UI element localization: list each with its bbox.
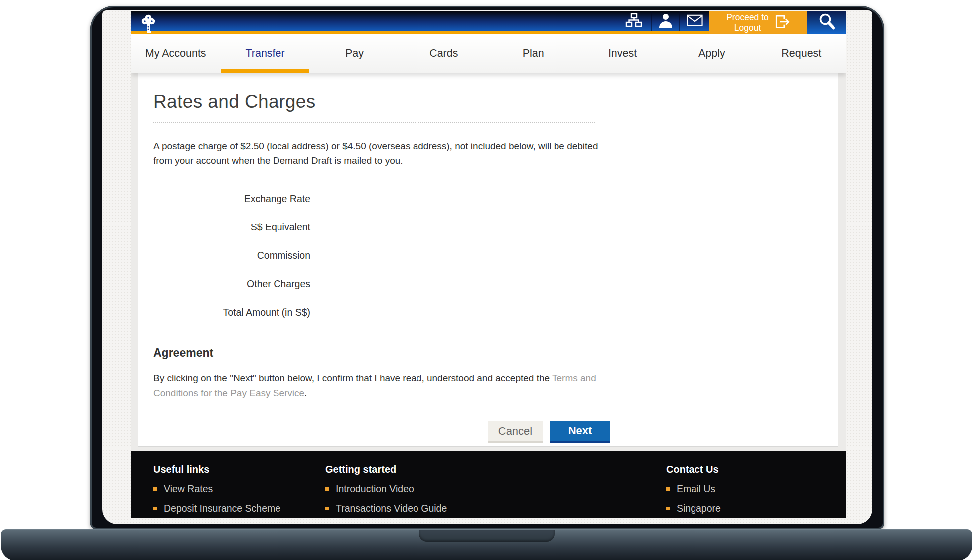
field-row-sgd-equivalent: S$ Equivalent [153,213,838,241]
footer-link-label: Transactions Video Guide [336,503,447,514]
field-row-commission: Commission [153,241,838,270]
field-value [322,247,472,265]
footer-link-label: Deposit Insurance Scheme [164,503,280,514]
footer-link-view-rates[interactable]: View Rates [153,483,325,495]
field-row-total-amount: Total Amount (in S$) [153,298,838,327]
footer-getting-started: Getting started Introduction Video Trans… [325,464,666,518]
page-title: Rates and Charges [153,73,838,113]
laptop-base-notch [419,530,555,542]
bullet-icon [153,507,157,510]
bullet-icon [666,507,670,510]
bullet-icon [325,507,329,510]
top-bar-actions: Proceed to Logout [616,11,846,34]
agreement-text: By clicking on the "Next" button below, … [153,371,604,401]
main-navigation: My Accounts Transfer Pay Cards Plan Inve… [131,34,846,73]
footer-heading: Useful links [153,464,325,475]
logout-icon [774,14,790,32]
field-label: Exchange Rate [153,193,310,205]
tab-pay[interactable]: Pay [310,34,399,73]
bullet-icon [325,487,329,491]
sitemap-button[interactable] [616,11,651,31]
laptop-lid: Proceed to Logout [90,6,884,529]
rates-fields: Exchange Rate S$ Equivalent Commission [153,185,838,327]
field-value [322,304,472,322]
tab-plan[interactable]: Plan [489,34,578,73]
agreement-text-before: By clicking on the "Next" button below, … [153,373,552,383]
cancel-button[interactable]: Cancel [488,421,543,443]
footer-link-label: Email Us [677,483,715,495]
footer-link-label: Singapore [677,503,721,514]
tab-request[interactable]: Request [757,34,846,73]
laptop-base [1,529,972,560]
sitemap-icon [625,13,642,30]
field-row-other-charges: Other Charges [153,270,838,298]
field-row-exchange-rate: Exchange Rate [153,185,838,213]
banking-webpage: Proceed to Logout [131,11,846,518]
footer-link-label: View Rates [164,483,213,495]
tab-apply[interactable]: Apply [667,34,756,73]
logout-label: Proceed to Logout [726,12,769,33]
field-value [322,275,472,293]
footer-link-transactions-video-guide[interactable]: Transactions Video Guide [325,503,666,514]
field-label: Total Amount (in S$) [153,307,310,318]
tab-my-accounts[interactable]: My Accounts [131,34,220,73]
field-label: S$ Equivalent [153,222,310,233]
top-bar: Proceed to Logout [131,11,846,34]
tab-cards[interactable]: Cards [399,34,488,73]
field-label: Commission [153,250,310,261]
user-icon [658,13,673,30]
action-buttons: Cancel Next [153,421,610,443]
footer-heading: Contact Us [666,464,846,475]
mail-icon [687,14,703,28]
footer-contact-us: Contact Us Email Us Singapore [666,464,846,518]
field-value [322,219,472,236]
footer-link-deposit-insurance-scheme[interactable]: Deposit Insurance Scheme [153,503,325,514]
next-button[interactable]: Next [550,421,610,443]
profile-button[interactable] [651,11,679,31]
bullet-icon [153,487,157,491]
search-button[interactable] [807,11,846,34]
content-card: Rates and Charges A postage charge of $2… [138,73,838,447]
proceed-to-logout-button[interactable]: Proceed to Logout [709,11,807,34]
tab-invest[interactable]: Invest [578,34,667,73]
footer-link-label: Introduction Video [336,483,414,495]
bullet-icon [666,487,670,491]
footer-link-singapore[interactable]: Singapore [666,503,846,514]
page-footer: Useful links View Rates Deposit Insuranc… [131,451,846,518]
postage-charge-note: A postage charge of $2.50 (local address… [153,139,604,168]
agreement-heading: Agreement [153,346,838,360]
footer-link-introduction-video[interactable]: Introduction Video [325,483,666,495]
agreement-text-after: . [304,388,307,398]
tab-transfer[interactable]: Transfer [220,34,309,73]
laptop-screen: Proceed to Logout [102,10,872,524]
footer-heading: Getting started [325,464,666,475]
bank-key-logo[interactable] [140,14,156,37]
mail-button[interactable] [679,11,709,31]
field-value [322,190,472,208]
footer-link-email-us[interactable]: Email Us [666,483,846,495]
field-label: Other Charges [153,278,310,290]
title-divider [153,122,595,123]
search-icon [818,12,835,33]
footer-useful-links: Useful links View Rates Deposit Insuranc… [153,464,325,518]
